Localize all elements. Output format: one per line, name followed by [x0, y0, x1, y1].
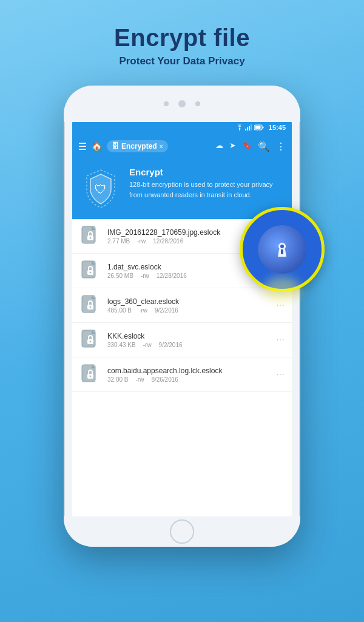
- file-size: 32.00 B: [107, 376, 128, 383]
- file-date: 8/26/2016: [151, 376, 178, 383]
- signal-icon: [245, 124, 252, 130]
- file-meta: 32.00 B -rw 8/26/2016: [107, 376, 270, 383]
- file-perm: -rw: [137, 238, 146, 245]
- status-icons: [236, 124, 264, 130]
- nav-right-icons: ☁ ➤ 🔖 🔍 ⋮: [215, 141, 286, 152]
- file-name: logs_360_clear.eslock: [107, 297, 270, 306]
- lock-inner: [258, 225, 306, 274]
- shield-icon-wrap: 🛡: [79, 167, 122, 209]
- phone-bottom: [64, 516, 300, 547]
- file-date: 9/2/2016: [155, 307, 178, 314]
- more-icon[interactable]: ⋮: [276, 141, 286, 152]
- glow-effect: [264, 277, 300, 301]
- page-subtitle: Protect Your Data Privacy: [114, 55, 250, 67]
- file-perm: -rw: [139, 307, 147, 314]
- svg-point-0: [239, 129, 240, 130]
- phone-camera: [178, 100, 186, 107]
- phone-speaker-2: [195, 101, 200, 106]
- home-button[interactable]: [170, 519, 194, 544]
- phone-screen: 15:45 ☰ 🏠 🗄 Encrypted × ☁ ➤ 🔖 🔍 ⋮: [72, 121, 292, 516]
- file-lock-icon: [79, 260, 101, 282]
- phone-top-bar: [64, 86, 300, 122]
- file-meta: 485.00 B -rw 9/2/2016: [107, 307, 270, 314]
- file-date: 12/28/2016: [153, 238, 183, 245]
- file-info: KKK.eslock 330.43 KB -rw 9/2/2016: [107, 332, 270, 348]
- shield-svg: 🛡: [79, 167, 122, 209]
- send-icon[interactable]: ➤: [229, 141, 236, 152]
- file-meta: 26.50 MB -rw 12/28/2016: [107, 272, 270, 279]
- cloud-icon[interactable]: ☁: [215, 141, 223, 152]
- file-more-icon[interactable]: ⋯: [276, 335, 285, 345]
- file-name: com.baidu.appsearch.log.lck.eslock: [107, 367, 270, 375]
- svg-text:🛡: 🛡: [95, 183, 107, 196]
- svg-rect-6: [262, 127, 263, 129]
- svg-point-24: [90, 341, 92, 343]
- banner-text: Encrypt 128-bit encryption is used to pr…: [129, 167, 285, 200]
- file-lock-icon: [79, 329, 101, 351]
- file-perm: -rw: [141, 272, 149, 279]
- svg-point-12: [90, 237, 92, 239]
- tab-close-icon[interactable]: ×: [160, 143, 163, 150]
- svg-point-28: [90, 376, 92, 377]
- svg-rect-7: [255, 126, 260, 129]
- tab-db-icon: 🗄: [112, 142, 119, 150]
- svg-rect-4: [251, 124, 252, 130]
- hamburger-icon[interactable]: ☰: [78, 141, 87, 152]
- file-meta: 330.43 KB -rw 9/2/2016: [107, 342, 270, 348]
- file-perm: -rw: [143, 342, 152, 348]
- svg-point-31: [280, 245, 284, 248]
- top-section: Encrypt file Protect Your Data Privacy: [114, 0, 250, 79]
- svg-point-20: [90, 306, 92, 308]
- search-icon[interactable]: 🔍: [258, 141, 270, 152]
- nav-bar: ☰ 🏠 🗄 Encrypted × ☁ ➤ 🔖 🔍 ⋮: [72, 134, 292, 158]
- nav-tab-label: Encrypted: [121, 142, 157, 150]
- file-date: 12/28/2016: [157, 272, 187, 279]
- file-size: 26.50 MB: [107, 272, 133, 279]
- file-info: com.baidu.appsearch.log.lck.eslock 32.00…: [107, 367, 270, 383]
- file-size: 485.00 B: [107, 307, 132, 314]
- svg-rect-3: [249, 126, 250, 130]
- svg-point-16: [90, 272, 92, 274]
- status-bar: 15:45: [72, 121, 292, 134]
- file-lock-icon: [79, 225, 101, 247]
- battery-icon: [254, 124, 264, 130]
- bookmark-icon[interactable]: 🔖: [242, 141, 252, 152]
- nav-tab[interactable]: 🗄 Encrypted ×: [107, 140, 168, 152]
- file-more-icon[interactable]: ⋯: [276, 300, 285, 310]
- keyhole-icon: [269, 236, 295, 263]
- lock-overlay: [240, 207, 325, 292]
- file-size: 330.43 KB: [107, 342, 136, 348]
- phone-body: 15:45 ☰ 🏠 🗄 Encrypted × ☁ ➤ 🔖 🔍 ⋮: [64, 86, 300, 547]
- banner-description: 128-bit encryption is used to protect yo…: [129, 180, 285, 200]
- file-perm: -rw: [135, 376, 144, 383]
- home-icon[interactable]: 🏠: [92, 141, 102, 151]
- status-time: 15:45: [269, 124, 286, 131]
- wifi-icon: [236, 124, 243, 130]
- file-info: logs_360_clear.eslock 485.00 B -rw 9/2/2…: [107, 297, 270, 314]
- svg-rect-32: [281, 249, 283, 254]
- file-lock-icon: [79, 294, 101, 316]
- banner-title: Encrypt: [129, 167, 285, 177]
- file-item-4[interactable]: com.baidu.appsearch.log.lck.eslock 32.00…: [72, 357, 292, 392]
- file-lock-icon: [79, 363, 101, 385]
- encrypt-banner: 🛡 Encrypt 128-bit encryption is used to …: [72, 158, 292, 219]
- file-size: 2.77 MB: [107, 238, 130, 245]
- file-name: KKK.eslock: [107, 332, 270, 340]
- file-item-2[interactable]: logs_360_clear.eslock 485.00 B -rw 9/2/2…: [72, 288, 292, 323]
- file-more-icon[interactable]: ⋯: [276, 370, 285, 379]
- phone-mockup: 15:45 ☰ 🏠 🗄 Encrypted × ☁ ➤ 🔖 🔍 ⋮: [64, 86, 300, 547]
- file-date: 9/2/2016: [159, 342, 183, 348]
- file-item-3[interactable]: KKK.eslock 330.43 KB -rw 9/2/2016 ⋯: [72, 323, 292, 357]
- page-title: Encrypt file: [114, 24, 250, 52]
- phone-speaker: [164, 101, 169, 106]
- svg-rect-2: [247, 127, 248, 130]
- svg-rect-1: [245, 129, 246, 130]
